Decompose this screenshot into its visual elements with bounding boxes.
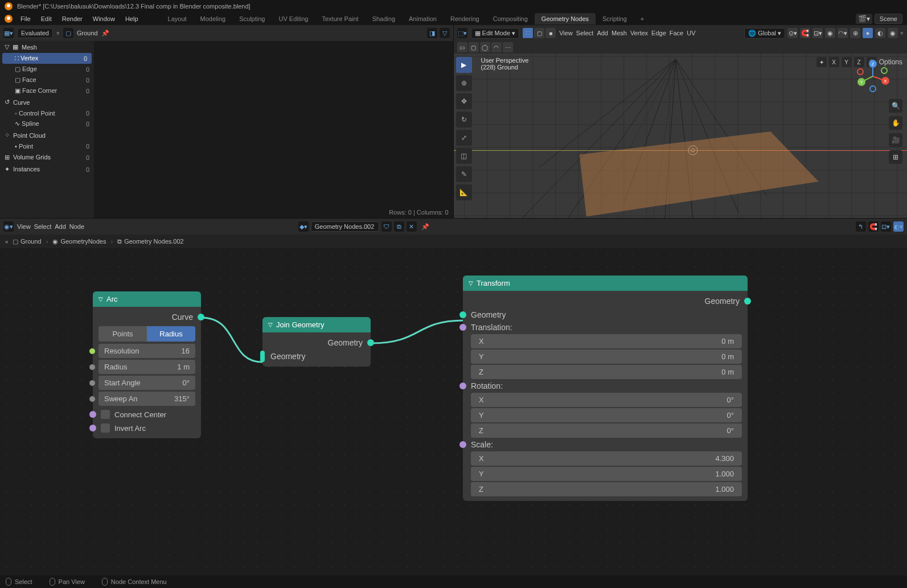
vertex-select-icon[interactable]: ⸬ <box>523 28 533 38</box>
viewport-menu-view[interactable]: View <box>559 30 573 36</box>
invert-arc-socket[interactable] <box>89 425 96 431</box>
ne-menu-select[interactable]: Select <box>34 223 52 230</box>
new-nodegroup-icon[interactable]: ⧉ <box>394 221 404 232</box>
pin-icon[interactable]: 📌 <box>419 223 432 231</box>
toggle-sidebar-icon[interactable]: ◨ <box>427 28 437 38</box>
transform-input-geometry[interactable]: Geometry <box>463 308 748 322</box>
face-select-icon[interactable]: ■ <box>545 28 556 38</box>
menu-edit[interactable]: Edit <box>36 14 56 23</box>
viewport-canvas[interactable] <box>454 54 908 218</box>
viewport-panel[interactable]: ⬚▾ ▦ Edit Mode ▾ ⸬ ▢ ■ View Select Add M… <box>454 25 908 219</box>
translation-socket[interactable] <box>459 324 466 331</box>
rotation-y[interactable]: Y0° <box>471 408 742 422</box>
node-join-header[interactable]: ▽Join Geometry <box>262 317 371 332</box>
menu-file[interactable]: File <box>16 14 35 23</box>
ne-menu-view[interactable]: View <box>17 223 31 230</box>
domain-face-corner[interactable]: ▣ Face Corner0 <box>0 85 94 96</box>
tool-rotate-icon[interactable]: ↻ <box>456 112 472 128</box>
eval-state-dropdown[interactable]: Evaluated <box>17 28 53 38</box>
domain-edge[interactable]: ▢ Edge0 <box>0 64 94 75</box>
translation-y[interactable]: Y0 m <box>471 349 742 364</box>
domain-control-point[interactable]: ◦ Control Point0 <box>0 108 94 118</box>
domain-point[interactable]: • Point0 <box>0 141 94 151</box>
viewport-menu-face[interactable]: Face <box>670 30 683 36</box>
invert-arc-checkbox[interactable] <box>101 423 110 433</box>
ne-menu-node[interactable]: Node <box>69 223 84 230</box>
translation-x[interactable]: X0 m <box>471 334 742 348</box>
unlink-icon[interactable]: ✕ <box>407 221 417 232</box>
editor-type-icon[interactable]: ⬚▾ <box>457 28 467 38</box>
app-icon[interactable] <box>5 15 13 23</box>
transform-output-geometry[interactable]: Geometry <box>463 294 748 308</box>
start-angle-socket[interactable] <box>89 380 95 386</box>
tab-geometry-nodes[interactable]: Geometry Nodes <box>535 13 596 24</box>
tab-rendering[interactable]: Rendering <box>444 13 486 24</box>
rotation-z[interactable]: Z0° <box>471 423 742 438</box>
connect-center-socket[interactable] <box>89 411 96 418</box>
node-arc[interactable]: ▽Arc Curve Points Radius Resolution16 Ra… <box>93 291 201 438</box>
parent-group-icon[interactable]: ↰ <box>856 221 866 232</box>
scale-x[interactable]: X4.300 <box>471 451 742 466</box>
rotation-socket[interactable] <box>459 383 466 389</box>
select-more-icon[interactable]: ⋯ <box>503 42 513 52</box>
arc-sweep-angle-field[interactable]: Sweep An315° <box>99 392 195 406</box>
tab-animation[interactable]: Animation <box>402 13 444 24</box>
pan-icon[interactable]: ✋ <box>889 116 902 130</box>
select-lasso-icon[interactable]: ◠ <box>491 42 502 52</box>
domain-spline[interactable]: ∿ Spline0 <box>0 118 94 129</box>
overlay-icon[interactable]: ◐▾ <box>893 221 904 232</box>
snap-mode-icon[interactable]: ⊡▾ <box>881 221 891 232</box>
camera-icon[interactable]: 🎥 <box>889 133 902 147</box>
nav-gizmo[interactable]: X Y Z <box>856 59 890 93</box>
mode-dropdown[interactable]: ▦ Edit Mode ▾ <box>471 28 520 39</box>
tab-compositing[interactable]: Compositing <box>486 13 535 24</box>
arc-resolution-field[interactable]: Resolution16 <box>99 344 195 358</box>
viewport-menu-edge[interactable]: Edge <box>651 30 666 36</box>
arc-invert-arc[interactable]: Invert Arc <box>93 421 201 435</box>
mesh-section[interactable]: ▽ ▦ Mesh <box>0 41 94 53</box>
node-transform[interactable]: ▽Transform Geometry Geometry Translation… <box>463 276 748 501</box>
shading-wireframe-icon[interactable]: ⊕ <box>850 28 860 38</box>
tool-select-box-icon[interactable]: ▶ <box>456 57 472 73</box>
arc-mode-radius[interactable]: Radius <box>147 326 195 342</box>
pin-icon[interactable]: 📌 <box>101 30 109 37</box>
tab-modeling[interactable]: Modeling <box>194 13 233 24</box>
arc-radius-field[interactable]: Radius1 m <box>99 360 195 374</box>
snap-icon[interactable]: 🧲 <box>800 28 810 38</box>
sweep-angle-socket[interactable] <box>89 396 95 402</box>
fake-user-icon[interactable]: 🛡 <box>381 221 392 232</box>
viewport-menu-add[interactable]: Add <box>597 30 608 36</box>
viewport-menu-mesh[interactable]: Mesh <box>611 30 627 36</box>
node-join-geometry[interactable]: ▽Join Geometry Geometry Geometry <box>262 317 371 367</box>
snap-icon[interactable]: 🧲 <box>868 221 879 232</box>
crumb-modifier[interactable]: ◉ GeometryNodes <box>52 238 106 245</box>
tool-cursor-icon[interactable]: ⊕ <box>456 75 472 91</box>
axis-x-btn[interactable]: X <box>829 57 839 67</box>
nodegroup-browse-icon[interactable]: ◆▾ <box>298 221 309 232</box>
domain-face[interactable]: ▢ Face0 <box>0 75 94 85</box>
instances-row[interactable]: ✦ Instances0 <box>0 163 94 175</box>
select-tweak-icon[interactable]: ▭ <box>457 42 467 52</box>
node-canvas[interactable]: ▽Arc Curve Points Radius Resolution16 Ra… <box>0 248 907 575</box>
ortho-icon[interactable]: ⊞ <box>889 150 902 164</box>
ne-menu-add[interactable]: Add <box>55 223 66 230</box>
zoom-icon[interactable]: 🔍 <box>889 99 902 113</box>
translation-z[interactable]: Z0 m <box>471 365 742 379</box>
crumb-nodegroup[interactable]: ⧉ Geometry Nodes.002 <box>117 238 184 245</box>
scale-z[interactable]: Z1.000 <box>471 482 742 496</box>
menu-window[interactable]: Window <box>88 14 120 23</box>
tab-shading[interactable]: Shading <box>366 13 402 24</box>
scene-browse-icon[interactable]: 🎬▾ <box>856 14 872 24</box>
shading-solid-icon[interactable]: ● <box>863 28 873 38</box>
prop-falloff-icon[interactable]: ◠▾ <box>838 28 848 38</box>
pointcloud-section[interactable]: ⁘ Point Cloud <box>0 129 94 141</box>
viewport-menu-vertex[interactable]: Vertex <box>630 30 648 36</box>
arc-start-angle-field[interactable]: Start Angle0° <box>99 376 195 390</box>
tool-measure-icon[interactable]: 📐 <box>456 184 472 200</box>
rotation-x[interactable]: X0° <box>471 393 742 407</box>
select-box-icon[interactable]: ▢ <box>469 42 479 52</box>
volume-grids-row[interactable]: ⊞ Volume Grids0 <box>0 151 94 163</box>
editor-type-icon[interactable]: ◉▾ <box>3 221 14 232</box>
scene-name[interactable]: Scene <box>875 14 902 24</box>
viewport-menu-uv[interactable]: UV <box>687 30 695 36</box>
